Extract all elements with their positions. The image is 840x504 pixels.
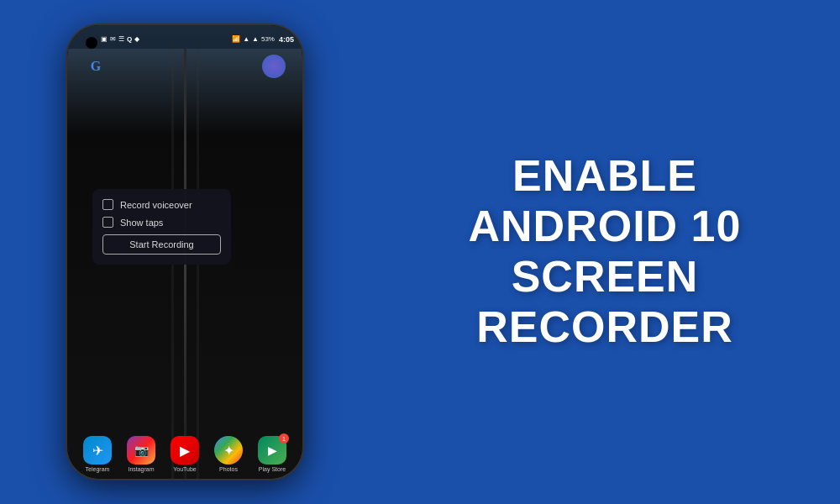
dock-youtube[interactable]: ▶ YouTube bbox=[171, 436, 199, 472]
phone-screen: ▣ ✉ ☰ Q ◆ 📶 ▲ ▲ 53% 4:05 bbox=[67, 25, 302, 479]
status-icon-5: ◆ bbox=[134, 35, 139, 43]
telegram-icon[interactable]: ✈ bbox=[83, 436, 112, 465]
instagram-icon[interactable]: 📷 bbox=[127, 436, 155, 465]
phone-section: ▣ ✉ ☰ Q ◆ 📶 ▲ ▲ 53% 4:05 bbox=[0, 0, 370, 504]
dock-photos[interactable]: ✦ Photos bbox=[214, 436, 243, 472]
show-taps-row: Show taps bbox=[102, 217, 221, 228]
telegram-label: Telegram bbox=[86, 466, 110, 472]
youtube-icon[interactable]: ▶ bbox=[171, 436, 199, 465]
dock-instagram[interactable]: 📷 Instagram bbox=[127, 436, 155, 472]
youtube-label: YouTube bbox=[173, 466, 197, 472]
playstore-icon[interactable]: ▶ 1 bbox=[258, 436, 286, 465]
status-bar: ▣ ✉ ☰ Q ◆ 📶 ▲ ▲ 53% 4:05 bbox=[67, 25, 302, 49]
dock-telegram[interactable]: ✈ Telegram bbox=[83, 436, 112, 472]
playstore-badge: 1 bbox=[279, 433, 289, 444]
record-voiceover-label: Record voiceover bbox=[120, 200, 192, 210]
headline-section: ENABLE ANDROID 10 SCREEN RECORDER bbox=[370, 118, 840, 386]
playstore-label: Play Store bbox=[259, 466, 286, 472]
time-display: 4:05 bbox=[279, 35, 294, 44]
wifi-icon: ▲ bbox=[243, 35, 249, 43]
google-g-icon[interactable]: G bbox=[84, 55, 108, 78]
status-icon-4: Q bbox=[127, 35, 132, 43]
record-voiceover-checkbox[interactable] bbox=[102, 199, 113, 210]
instagram-label: Instagram bbox=[128, 466, 154, 472]
headline-line2: SCREEN RECORDER bbox=[476, 252, 733, 351]
headline-line1: ENABLE ANDROID 10 bbox=[469, 151, 742, 250]
battery-percentage: 53% bbox=[261, 35, 275, 43]
status-bar-right: 📶 ▲ ▲ 53% 4:05 bbox=[232, 35, 294, 44]
record-voiceover-row: Record voiceover bbox=[102, 199, 221, 210]
dock-playstore[interactable]: ▶ 1 Play Store bbox=[258, 436, 286, 472]
status-icon-2: ✉ bbox=[110, 35, 116, 43]
start-recording-button[interactable]: Start Recording bbox=[102, 234, 221, 255]
status-icon-1: ▣ bbox=[101, 35, 108, 43]
phone-device: ▣ ✉ ☰ Q ◆ 📶 ▲ ▲ 53% 4:05 bbox=[67, 25, 302, 479]
data-icon: ▲ bbox=[252, 35, 259, 43]
google-assistant-button[interactable] bbox=[262, 55, 286, 78]
photos-icon[interactable]: ✦ bbox=[214, 436, 243, 465]
home-top-bar: G bbox=[67, 55, 302, 78]
signal-icon: 📶 bbox=[232, 35, 240, 43]
status-bar-left: ▣ ✉ ☰ Q ◆ bbox=[101, 35, 139, 43]
show-taps-label: Show taps bbox=[120, 218, 163, 228]
app-dock: ✈ Telegram 📷 Instagram ▶ YouTube bbox=[67, 436, 302, 472]
punch-hole-camera bbox=[86, 37, 97, 49]
main-headline: ENABLE ANDROID 10 SCREEN RECORDER bbox=[403, 151, 806, 352]
photos-label: Photos bbox=[219, 466, 238, 472]
screen-recorder-dialog: Record voiceover Show taps Start Recordi… bbox=[92, 189, 231, 265]
show-taps-checkbox[interactable] bbox=[102, 217, 113, 228]
status-icon-3: ☰ bbox=[118, 35, 124, 43]
